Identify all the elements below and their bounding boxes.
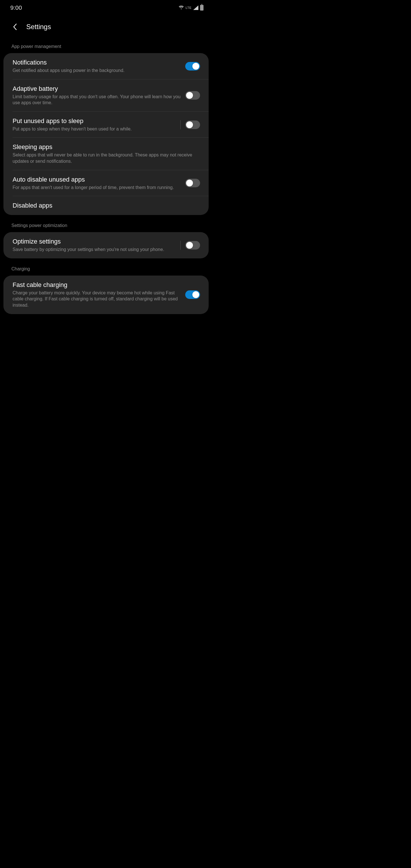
row-text: Disabled apps xyxy=(12,202,200,209)
toggle-knob xyxy=(186,92,193,99)
card-app-power: Notifications Get notified about apps us… xyxy=(3,53,209,215)
lte-label: LTE xyxy=(186,6,191,9)
row-text: Fast cable charging Charge your battery … xyxy=(12,281,181,308)
page-title: Settings xyxy=(26,23,51,31)
card-optimization: Optimize settings Save battery by optimi… xyxy=(3,232,209,258)
row-fast-charging[interactable]: Fast cable charging Charge your battery … xyxy=(3,276,209,314)
content: App power management Notifications Get n… xyxy=(0,39,212,314)
status-bar: 9:00 LTE xyxy=(0,0,212,14)
row-sleeping-apps[interactable]: Sleeping apps Select apps that will neve… xyxy=(3,137,209,170)
row-title: Fast cable charging xyxy=(12,281,181,289)
row-adaptive-battery[interactable]: Adaptive battery Limit battery usage for… xyxy=(3,80,209,112)
toggle-knob xyxy=(186,121,193,128)
row-text: Auto disable unused apps For apps that a… xyxy=(12,176,181,191)
header-bar: Settings xyxy=(0,14,212,39)
row-title: Sleeping apps xyxy=(12,143,200,151)
row-disabled-apps[interactable]: Disabled apps xyxy=(3,196,209,215)
toggle-put-unused-sleep[interactable] xyxy=(185,121,200,129)
toggle-knob xyxy=(186,242,193,249)
toggle-knob xyxy=(192,291,199,298)
toggle-knob xyxy=(192,63,199,70)
row-title: Notifications xyxy=(12,59,181,66)
row-desc: Select apps that will never be able to r… xyxy=(12,152,200,164)
wifi-icon xyxy=(179,6,184,10)
row-text: Put unused apps to sleep Put apps to sle… xyxy=(12,117,175,132)
row-title: Disabled apps xyxy=(12,202,200,209)
toggle-notifications[interactable] xyxy=(185,62,200,70)
row-title: Optimize settings xyxy=(12,238,175,245)
section-header-charging: Charging xyxy=(1,258,211,276)
row-text: Adaptive battery Limit battery usage for… xyxy=(12,85,181,106)
back-button[interactable] xyxy=(11,23,18,30)
toggle-fast-charging[interactable] xyxy=(185,290,200,299)
row-desc: Get notified about apps using power in t… xyxy=(12,67,181,74)
row-title: Auto disable unused apps xyxy=(12,176,181,183)
battery-icon xyxy=(200,5,203,10)
row-divider xyxy=(180,120,181,129)
row-notifications[interactable]: Notifications Get notified about apps us… xyxy=(3,53,209,80)
row-put-unused-sleep[interactable]: Put unused apps to sleep Put apps to sle… xyxy=(3,112,209,138)
row-desc: Charge your battery more quickly. Your d… xyxy=(12,290,181,308)
row-text: Sleeping apps Select apps that will neve… xyxy=(12,143,200,164)
status-time: 9:00 xyxy=(10,4,22,11)
section-header-optimization: Settings power optimization xyxy=(1,215,211,232)
toggle-knob xyxy=(186,180,193,186)
card-charging: Fast cable charging Charge your battery … xyxy=(3,276,209,314)
row-title: Put unused apps to sleep xyxy=(12,117,175,125)
row-auto-disable[interactable]: Auto disable unused apps For apps that a… xyxy=(3,170,209,196)
toggle-optimize-settings[interactable] xyxy=(185,241,200,250)
signal-icon xyxy=(193,5,198,10)
row-divider xyxy=(180,241,181,250)
status-icons: LTE xyxy=(179,5,203,10)
row-optimize-settings[interactable]: Optimize settings Save battery by optimi… xyxy=(3,232,209,258)
row-desc: Put apps to sleep when they haven't been… xyxy=(12,126,175,132)
toggle-auto-disable[interactable] xyxy=(185,179,200,187)
row-desc: For apps that aren't used for a longer p… xyxy=(12,184,181,191)
toggle-adaptive-battery[interactable] xyxy=(185,91,200,100)
section-header-app-power: App power management xyxy=(1,39,211,53)
row-text: Notifications Get notified about apps us… xyxy=(12,59,181,74)
row-title: Adaptive battery xyxy=(12,85,181,93)
row-text: Optimize settings Save battery by optimi… xyxy=(12,238,175,253)
row-desc: Limit battery usage for apps that you do… xyxy=(12,94,181,106)
row-desc: Save battery by optimizing your settings… xyxy=(12,246,175,253)
